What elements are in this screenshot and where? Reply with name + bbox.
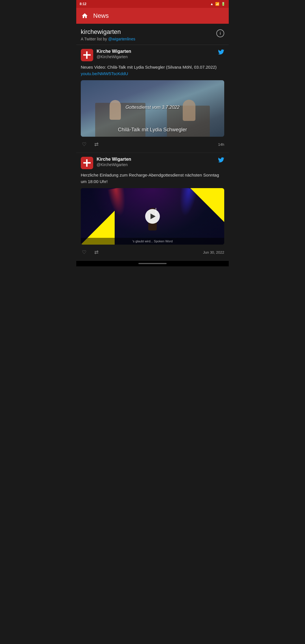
- heart-icon-2: ♡: [82, 249, 86, 255]
- tweet-header-2: Kirche Wigarten @KircheWigarten: [81, 157, 224, 169]
- play-button-2[interactable]: [145, 209, 160, 224]
- tweet-media-1[interactable]: Gottesdienst vom 3.7.2022 Chilä-Talk mit…: [81, 80, 224, 137]
- twitter-icon-1: [218, 49, 224, 55]
- list-author-link[interactable]: @wigartenlines: [108, 37, 135, 41]
- home-icon[interactable]: [81, 12, 89, 20]
- like-button-2[interactable]: ♡: [81, 248, 88, 256]
- retweet-icon-1: ⇄: [94, 141, 99, 147]
- wifi-icon: ▲: [210, 2, 213, 6]
- tweet-header-1: Kirche Wigarten @KircheWigarten: [81, 49, 224, 61]
- signal-icon: 📶: [215, 2, 219, 6]
- heart-icon-1: ♡: [82, 141, 86, 147]
- tweet-media-2[interactable]: 's glaubt wird... Spoken Word: [81, 188, 224, 245]
- status-icons: ▲ 📶 🔋: [210, 2, 225, 6]
- list-header: kirchewigarten A Twitter list by @wigart…: [76, 24, 229, 45]
- tweet-time-1: 14h: [218, 142, 224, 147]
- media-text-bottom-1: Chilä-Talk mit Lydia Schwegler: [84, 127, 221, 133]
- avatar-1[interactable]: [81, 49, 93, 61]
- retweet-button-1[interactable]: ⇄: [93, 140, 100, 149]
- retweet-button-2[interactable]: ⇄: [93, 248, 100, 256]
- yellow-shape-right: [190, 188, 224, 222]
- list-header-text: kirchewigarten A Twitter list by @wigart…: [81, 28, 135, 41]
- nav-handle: [138, 263, 167, 264]
- tweet-user-name-2[interactable]: Kirche Wigarten: [97, 157, 215, 162]
- tweet-text-1: Neues Video: Chilä-Talk mit Lydia Schweg…: [81, 64, 224, 77]
- tweet-user-info-1: Kirche Wigarten @KircheWigarten: [97, 49, 215, 59]
- tweet-link-1[interactable]: youtu.be/NMW5TscKddU: [81, 71, 128, 76]
- video-overlay-text: 's glaubt wird... Spoken Word: [81, 238, 224, 245]
- tweet-card-2: Kirche Wigarten @KircheWigarten Herzlich…: [76, 153, 229, 261]
- content-area: Kirche Wigarten @KircheWigarten Neues Vi…: [76, 45, 229, 261]
- cross-icon-2: [83, 159, 91, 167]
- status-bar: 8:12 ▲ 📶 🔋: [76, 0, 229, 8]
- list-title: kirchewigarten: [81, 28, 135, 36]
- play-icon-2: [151, 214, 156, 219]
- tweet-card-1: Kirche Wigarten @KircheWigarten Neues Vi…: [76, 45, 229, 153]
- retweet-icon-2: ⇄: [94, 249, 99, 255]
- tweet-user-handle-1[interactable]: @KircheWigarten: [97, 55, 215, 59]
- battery-icon: 🔋: [221, 2, 225, 6]
- cross-icon-1: [83, 51, 91, 59]
- media-text-top-1: Gottesdienst vom 3.7.2022: [125, 105, 179, 110]
- tweet-user-name-1[interactable]: Kirche Wigarten: [97, 49, 215, 54]
- avatar-2[interactable]: [81, 157, 93, 169]
- tweet-image-1: Gottesdienst vom 3.7.2022 Chilä-Talk mit…: [81, 80, 224, 137]
- tweet-time-2: Jun 30, 2022: [203, 250, 224, 254]
- like-button-1[interactable]: ♡: [81, 140, 88, 149]
- app-bar: News: [76, 8, 229, 24]
- nav-bar: [76, 261, 229, 266]
- tweet-video-2[interactable]: 's glaubt wird... Spoken Word: [81, 188, 224, 245]
- tweet-text-2: Herzliche Einladung zum Recharge-Abendgo…: [81, 172, 224, 185]
- info-icon[interactable]: i: [216, 29, 224, 37]
- twitter-icon-2: [218, 157, 224, 163]
- tweet-actions-2: ♡ ⇄ Jun 30, 2022: [81, 248, 224, 256]
- status-time: 8:12: [80, 2, 86, 6]
- list-subtitle: A Twitter list by @wigartenlines: [81, 37, 135, 41]
- tweet-actions-1: ♡ ⇄ 14h: [81, 140, 224, 149]
- tweet-user-info-2: Kirche Wigarten @KircheWigarten: [97, 157, 215, 167]
- tweet-user-handle-2[interactable]: @KircheWigarten: [97, 162, 215, 167]
- app-bar-title: News: [93, 12, 109, 19]
